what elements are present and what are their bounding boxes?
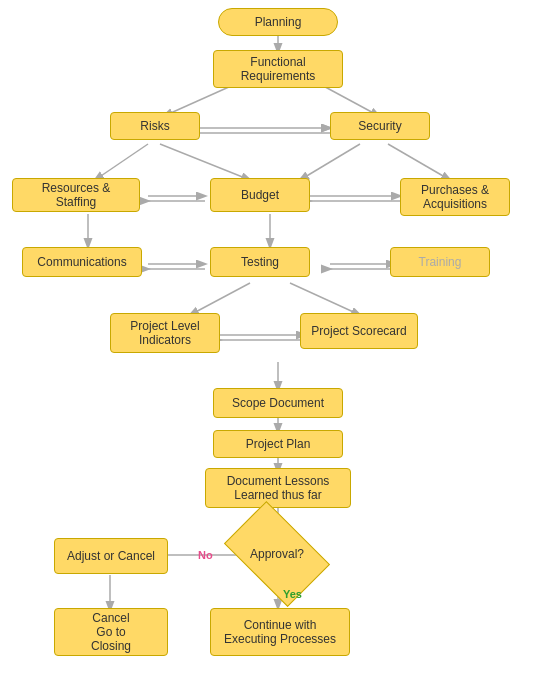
project-scorecard-node: Project Scorecard [300, 313, 418, 349]
communications-node: Communications [22, 247, 142, 277]
yes-label: Yes [283, 588, 302, 600]
adjust-cancel-node: Adjust or Cancel [54, 538, 168, 574]
purchases-acquisitions-node: Purchases & Acquisitions [400, 178, 510, 216]
continue-executing-node: Continue with Executing Processes [210, 608, 350, 656]
cancel-closing-node: Cancel Go to Closing [54, 608, 168, 656]
svg-line-20 [190, 283, 250, 315]
project-level-indicators-node: Project Level Indicators [110, 313, 220, 353]
risks-node: Risks [110, 112, 200, 140]
project-plan-node: Project Plan [213, 430, 343, 458]
svg-line-8 [300, 144, 360, 180]
svg-line-6 [95, 144, 148, 180]
svg-line-21 [290, 283, 360, 315]
svg-line-7 [160, 144, 250, 180]
scope-document-node: Scope Document [213, 388, 343, 418]
planning-node: Planning [218, 8, 338, 36]
resources-staffing-node: Resources & Staffing [12, 178, 140, 212]
svg-line-9 [388, 144, 450, 180]
testing-node: Testing [210, 247, 310, 277]
no-label: No [198, 549, 213, 561]
functional-requirements-node: Functional Requirements [213, 50, 343, 88]
security-node: Security [330, 112, 430, 140]
flowchart-diagram: Planning Functional Requirements Risks S… [0, 0, 557, 678]
budget-node: Budget [210, 178, 310, 212]
training-node: Training [390, 247, 490, 277]
approval-diamond: Approval? [232, 524, 322, 584]
document-lessons-node: Document Lessons Learned thus far [205, 468, 351, 508]
